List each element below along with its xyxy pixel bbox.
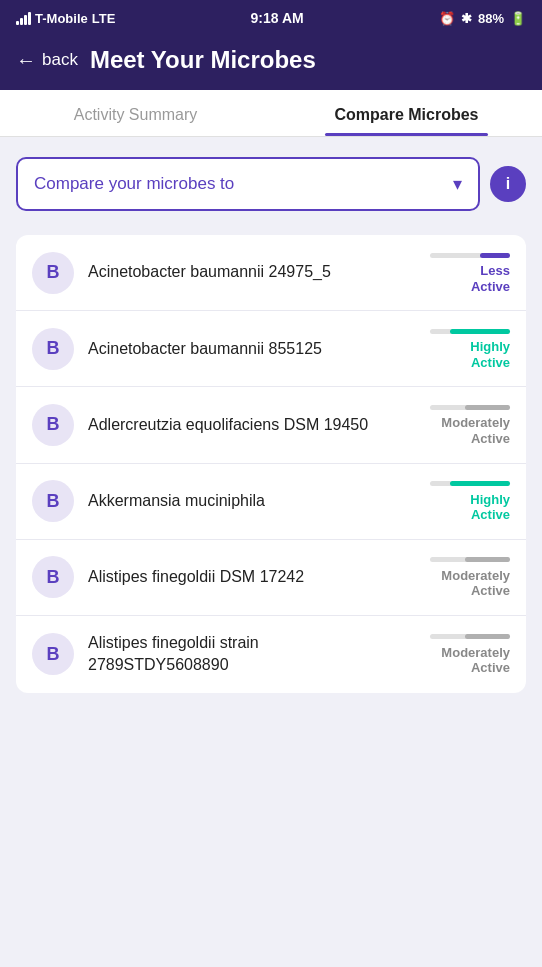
microbe-activity: ModeratelyActive [400,633,510,676]
microbe-name: Acinetobacter baumannii 24975_5 [88,261,386,283]
activity-bar-container [400,633,510,641]
status-icons: ⏰ ✱ 88% 🔋 [439,11,526,26]
microbe-avatar: B [32,328,74,370]
microbe-item[interactable]: B Acinetobacter baumannii 24975_5 LessAc… [16,235,526,311]
activity-bar-container [400,480,510,488]
microbe-avatar: B [32,556,74,598]
activity-label: ModeratelyActive [441,415,510,446]
microbe-activity: ModeratelyActive [400,556,510,599]
carrier-label: T-Mobile [35,11,88,26]
bar-fill [450,329,510,334]
microbe-avatar: B [32,404,74,446]
bluetooth-icon: ✱ [461,11,472,26]
dropdown-container: Compare your microbes to ▾ i [16,157,526,211]
activity-bar-container [400,556,510,564]
dropdown-text: Compare your microbes to [34,174,234,194]
microbe-item[interactable]: B Alistipes finegoldii strain 2789STDY56… [16,616,526,693]
tab-activity-label: Activity Summary [74,106,198,123]
microbe-activity: LessActive [400,251,510,294]
microbe-item[interactable]: B Alistipes finegoldii DSM 17242 Moderat… [16,540,526,616]
microbe-name: Alistipes finegoldii strain 2789STDY5608… [88,632,386,677]
microbe-name: Akkermansia muciniphila [88,490,386,512]
bar-fill [450,481,510,486]
page-title: Meet Your Microbes [90,46,316,74]
microbe-name: Acinetobacter baumannii 855125 [88,338,386,360]
microbe-name: Alistipes finegoldii DSM 17242 [88,566,386,588]
microbe-activity: HighlyActive [400,480,510,523]
activity-label: HighlyActive [470,339,510,370]
activity-label: LessActive [471,263,510,294]
microbe-list: B Acinetobacter baumannii 24975_5 LessAc… [16,235,526,693]
main-content: Compare your microbes to ▾ i B Acinetoba… [0,137,542,713]
microbe-item[interactable]: B Adlercreutzia equolifaciens DSM 19450 … [16,387,526,463]
activity-label: ModeratelyActive [441,568,510,599]
network-type: LTE [92,11,116,26]
battery-icon: 🔋 [510,11,526,26]
activity-bar-container [400,251,510,259]
microbe-avatar: B [32,480,74,522]
chevron-down-icon: ▾ [453,173,462,195]
activity-label: ModeratelyActive [441,645,510,676]
bar-fill [480,253,510,258]
tab-compare-label: Compare Microbes [334,106,478,123]
microbe-avatar: B [32,633,74,675]
status-carrier: T-Mobile LTE [16,11,115,26]
info-label: i [506,175,510,193]
microbe-item[interactable]: B Acinetobacter baumannii 855125 HighlyA… [16,311,526,387]
back-button[interactable]: ← back [16,49,78,72]
battery-level: 88% [478,11,504,26]
status-bar: T-Mobile LTE 9:18 AM ⏰ ✱ 88% 🔋 [0,0,542,36]
bar-fill [465,405,510,410]
microbe-item[interactable]: B Akkermansia muciniphila HighlyActive [16,464,526,540]
info-button[interactable]: i [490,166,526,202]
activity-label: HighlyActive [470,492,510,523]
bar-fill [465,634,510,639]
back-label: back [42,50,78,70]
bar-fill [465,557,510,562]
activity-bar-container [400,327,510,335]
microbe-avatar: B [32,252,74,294]
microbe-activity: HighlyActive [400,327,510,370]
tab-activity-summary[interactable]: Activity Summary [0,90,271,136]
signal-icon [16,12,31,25]
microbe-activity: ModeratelyActive [400,403,510,446]
tab-compare-microbes[interactable]: Compare Microbes [271,90,542,136]
activity-bar-container [400,403,510,411]
microbe-name: Adlercreutzia equolifaciens DSM 19450 [88,414,386,436]
header: ← back Meet Your Microbes [0,36,542,90]
back-arrow-icon: ← [16,49,36,72]
alarm-icon: ⏰ [439,11,455,26]
tab-bar: Activity Summary Compare Microbes [0,90,542,137]
compare-dropdown[interactable]: Compare your microbes to ▾ [16,157,480,211]
status-time: 9:18 AM [251,10,304,26]
